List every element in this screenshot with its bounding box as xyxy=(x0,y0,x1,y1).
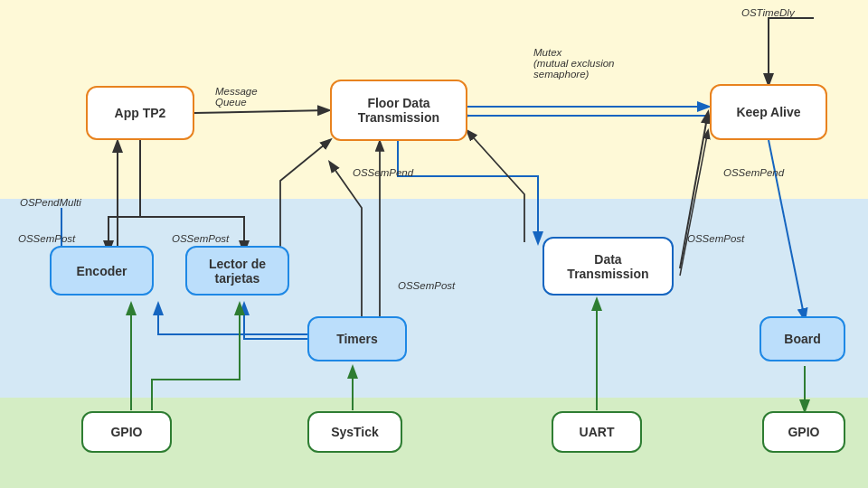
node-systick: SysTick xyxy=(307,411,402,453)
node-gpio2: GPIO xyxy=(762,411,845,453)
label-ostimedly: OSTimeDly xyxy=(741,7,795,18)
label-ossempost3: OSSemPost xyxy=(398,280,455,291)
label-ossempend1: OSSemPend xyxy=(353,167,413,178)
node-gpio1: GPIO xyxy=(81,411,172,453)
node-uart: UART xyxy=(552,411,642,453)
node-app-tp2: App TP2 xyxy=(86,86,194,140)
background-mid xyxy=(0,199,868,398)
label-ossempost2: OSSemPost xyxy=(172,233,229,244)
node-timers: Timers xyxy=(307,316,407,361)
node-keep-alive: Keep Alive xyxy=(710,84,827,140)
label-msg-queue: MessageQueue xyxy=(215,86,258,108)
label-ossempost1: OSSemPost xyxy=(18,233,75,244)
node-encoder: Encoder xyxy=(50,246,154,296)
label-ossempost4: OSSemPost xyxy=(687,233,744,244)
node-floor-data: Floor DataTransmission xyxy=(330,80,467,141)
label-ossempend2: OSSemPend xyxy=(723,167,784,178)
label-mutex: Mutex(mutual exclusionsemaphore) xyxy=(533,47,614,80)
diagram: MessageQueue Mutex(mutual exclusionsemap… xyxy=(0,0,868,488)
label-ospendmulti: OSPendMulti xyxy=(20,197,81,208)
node-board: Board xyxy=(760,316,845,361)
node-data-tx: DataTransmission xyxy=(542,237,674,296)
node-lector: Lector detarjetas xyxy=(185,246,289,296)
